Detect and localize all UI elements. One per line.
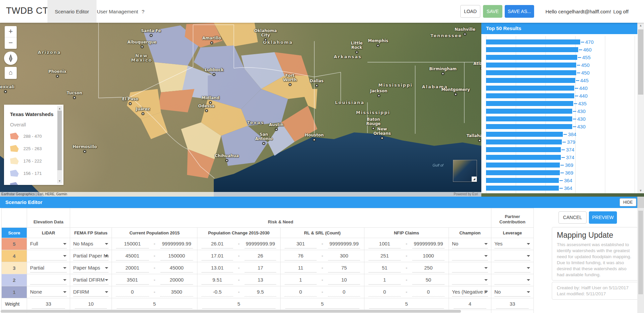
result-bar[interactable] [486, 132, 563, 137]
nfip-max-input[interactable]: 99999999.99 [412, 240, 445, 248]
legend-scroll-thumb[interactable] [57, 111, 62, 170]
fema-dropdown[interactable]: Partial DFIRM [73, 276, 109, 285]
result-bar[interactable] [486, 93, 574, 98]
nfip-min-input[interactable]: 251 [368, 252, 401, 260]
weight-input[interactable]: 4 [454, 300, 486, 309]
result-bar-row[interactable]: 455 [486, 54, 635, 61]
pop-min-input[interactable]: 3501 [116, 276, 149, 285]
pop-max-input[interactable]: 3500 [160, 288, 193, 297]
weight-input[interactable]: 33 [496, 300, 529, 309]
results-scroll-thumb[interactable] [638, 29, 643, 95]
rl-min-input[interactable]: 301 [285, 240, 317, 248]
result-bar[interactable] [486, 86, 574, 91]
result-bar[interactable] [486, 147, 561, 152]
page-scrollbar[interactable] [637, 208, 644, 313]
result-bar-row[interactable]: 374 [486, 146, 635, 153]
nfip-max-input[interactable]: 50 [412, 276, 445, 285]
leverage-dropdown[interactable] [494, 252, 530, 260]
change-max-input[interactable]: 99999999.99 [245, 240, 276, 248]
change-min-input[interactable]: 9.51 [201, 276, 233, 285]
weight-input[interactable]: 5 [285, 300, 359, 309]
result-bar-row[interactable]: 440 [486, 92, 635, 100]
result-bar-row[interactable]: 369 [486, 161, 635, 169]
inset-expand-icon[interactable]: ◢ [472, 177, 477, 182]
home-button[interactable]: ⌂ [5, 67, 17, 79]
result-bar[interactable] [486, 78, 575, 83]
rl-max-input[interactable]: 0 [328, 288, 360, 297]
legend-scroll-down-icon[interactable]: ▼ [57, 180, 62, 183]
rl-min-input[interactable]: 1 [285, 276, 317, 285]
result-bar-row[interactable]: 460 [486, 46, 635, 54]
change-min-input[interactable]: -0.5 [201, 288, 233, 297]
nfip-min-input[interactable]: 0 [368, 288, 401, 297]
result-bar-row[interactable]: 374 [486, 153, 635, 161]
rl-min-input[interactable]: 76 [285, 252, 317, 260]
result-bar-row[interactable]: 430 [486, 107, 635, 115]
change-max-input[interactable]: 17 [245, 264, 276, 273]
results-scrollbar[interactable]: ▲ ▼ [637, 23, 644, 193]
change-min-input[interactable]: 17.01 [201, 252, 233, 260]
results-scroll-up-icon[interactable]: ▲ [637, 24, 644, 27]
save-button[interactable]: SAVE [483, 5, 502, 18]
result-bar-row[interactable]: 369 [486, 169, 635, 177]
pop-min-input[interactable]: 20001 [116, 264, 149, 273]
champion-dropdown[interactable]: No [452, 240, 488, 248]
lidar-dropdown[interactable]: Partial [30, 264, 67, 273]
fema-dropdown[interactable]: Paper Maps [73, 264, 109, 273]
result-bar[interactable] [486, 163, 560, 168]
rl-max-input[interactable]: 300 [328, 252, 360, 260]
leverage-dropdown[interactable]: Yes [494, 240, 530, 248]
nfip-max-input[interactable]: 250 [412, 264, 445, 273]
save-as-button[interactable]: SAVE AS... [505, 5, 534, 18]
result-bar[interactable] [486, 39, 580, 44]
weight-input[interactable]: 5 [117, 300, 192, 309]
nfip-max-input[interactable]: 1000 [412, 252, 445, 260]
pop-max-input[interactable]: 45000 [160, 264, 193, 273]
result-bar-row[interactable]: 430 [486, 115, 635, 123]
leverage-dropdown[interactable]: No [494, 288, 530, 297]
change-min-input[interactable]: 13.01 [201, 264, 233, 273]
result-bar-row[interactable]: 430 [486, 123, 635, 130]
result-bar-row[interactable]: 450 [486, 69, 635, 77]
nfip-min-input[interactable]: 51 [368, 264, 401, 273]
pop-max-input[interactable]: 20000 [160, 276, 193, 285]
result-bar-row[interactable]: 364 [486, 184, 635, 192]
overview-inset-map[interactable]: ◢ [453, 160, 477, 182]
result-bar-row[interactable]: 435 [486, 100, 635, 107]
result-bar[interactable] [486, 155, 561, 160]
champion-dropdown[interactable]: Yes (Negative P [452, 288, 488, 297]
weight-input[interactable]: 33 [32, 300, 65, 309]
cancel-button[interactable]: CANCEL [558, 211, 587, 224]
result-bar[interactable] [486, 124, 572, 129]
result-bar-row[interactable]: 384 [486, 130, 635, 138]
lidar-dropdown[interactable] [30, 276, 67, 285]
result-bar-row[interactable]: 364 [486, 177, 635, 184]
result-bar[interactable] [486, 70, 576, 75]
result-bar-row[interactable]: 359 [486, 192, 635, 193]
weight-input[interactable]: 5 [202, 300, 276, 309]
rl-max-input[interactable]: 99999999.99 [328, 240, 360, 248]
champion-dropdown[interactable] [452, 276, 488, 285]
rl-max-input[interactable]: 10 [328, 276, 360, 285]
change-min-input[interactable]: 26.01 [201, 240, 233, 248]
result-bar-row[interactable]: 379 [486, 138, 635, 146]
result-bar[interactable] [486, 170, 560, 175]
load-button[interactable]: LOAD [460, 5, 480, 18]
rl-min-input[interactable]: 11 [285, 264, 317, 273]
change-max-input[interactable]: 26 [245, 252, 276, 260]
fema-dropdown[interactable]: DFIRM [73, 288, 109, 297]
lidar-dropdown[interactable] [30, 252, 67, 260]
compass-button[interactable] [4, 51, 17, 65]
zoom-out-button[interactable]: − [5, 37, 17, 49]
result-bar-row[interactable]: 440 [486, 84, 635, 92]
champion-dropdown[interactable] [452, 264, 488, 273]
fema-dropdown[interactable]: No Maps [73, 240, 109, 248]
pop-max-input[interactable]: 150000 [160, 252, 193, 260]
result-bar[interactable] [486, 101, 573, 106]
change-max-input[interactable]: 13 [245, 276, 276, 285]
log-off-link[interactable]: Log off [613, 9, 629, 14]
nfip-min-input[interactable]: 1 [368, 276, 401, 285]
lidar-dropdown[interactable]: None [30, 288, 67, 297]
leverage-dropdown[interactable] [494, 276, 530, 285]
fema-dropdown[interactable]: Partial Paper Ma [73, 252, 109, 260]
